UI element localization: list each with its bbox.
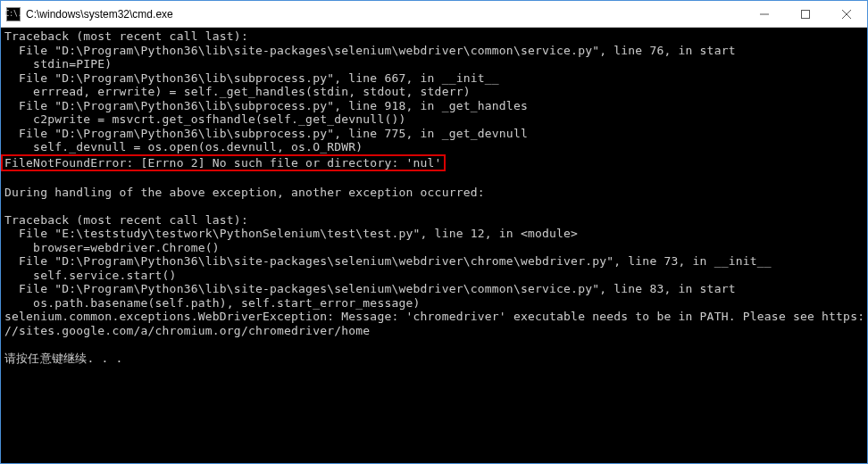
- close-button[interactable]: [826, 1, 867, 27]
- window-controls: [744, 1, 867, 27]
- trace-line: selenium.common.exceptions.WebDriverExce…: [4, 310, 864, 323]
- svg-rect-1: [802, 10, 810, 18]
- highlighted-error-line: FileNotFoundError: [Errno 2] No such fil…: [1, 154, 446, 172]
- trace-line: stdin=PIPE): [4, 57, 112, 70]
- trace-line: File "D:\Program\Python36\lib\site-packa…: [4, 254, 772, 268]
- trace-line: File "D:\Program\Python36\lib\subprocess…: [4, 127, 528, 140]
- titlebar[interactable]: C:\. C:\windows\system32\cmd.exe: [1, 1, 867, 28]
- trace-line: During handling of the above exception, …: [4, 186, 485, 199]
- trace-line: File "E:\teststudy\testwork\PythonSeleni…: [4, 227, 578, 240]
- trace-line: os.path.basename(self.path), self.start_…: [4, 296, 421, 310]
- minimize-button[interactable]: [744, 1, 785, 27]
- terminal-output[interactable]: Traceback (most recent call last): File …: [1, 28, 867, 463]
- press-any-key-prompt: 请按任意键继续. . .: [4, 352, 123, 365]
- trace-line: errread, errwrite) = self._get_handles(s…: [4, 85, 471, 98]
- cmd-window: C:\. C:\windows\system32\cmd.exe Traceba…: [0, 0, 868, 464]
- trace-line: File "D:\Program\Python36\lib\subprocess…: [4, 99, 528, 112]
- trace-line: c2pwrite = msvcrt.get_osfhandle(self._ge…: [4, 112, 406, 126]
- trace-line: self.service.start(): [4, 269, 177, 282]
- maximize-button[interactable]: [785, 1, 826, 27]
- trace-line: Traceback (most recent call last):: [4, 29, 248, 43]
- trace-line: File "D:\Program\Python36\lib\site-packa…: [4, 282, 736, 295]
- trace-line: //sites.google.com/a/chromium.org/chrome…: [4, 324, 370, 337]
- trace-line: Traceback (most recent call last):: [4, 213, 248, 227]
- trace-line: browser=webdriver.Chrome(): [4, 241, 220, 254]
- cmd-icon: C:\.: [6, 7, 21, 21]
- trace-line: File "D:\Program\Python36\lib\subprocess…: [4, 71, 499, 85]
- trace-line: self._devnull = os.open(os.devnull, os.O…: [4, 140, 363, 153]
- trace-line: File "D:\Program\Python36\lib\site-packa…: [4, 44, 736, 57]
- window-title: C:\windows\system32\cmd.exe: [26, 8, 744, 21]
